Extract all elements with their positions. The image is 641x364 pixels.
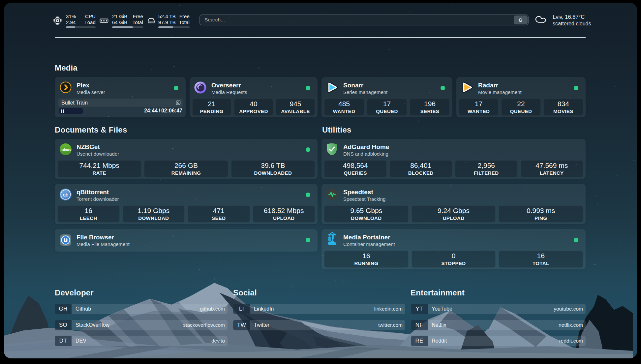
svg-text:nzbget: nzbget bbox=[61, 148, 71, 151]
svg-text:qb: qb bbox=[63, 192, 68, 197]
